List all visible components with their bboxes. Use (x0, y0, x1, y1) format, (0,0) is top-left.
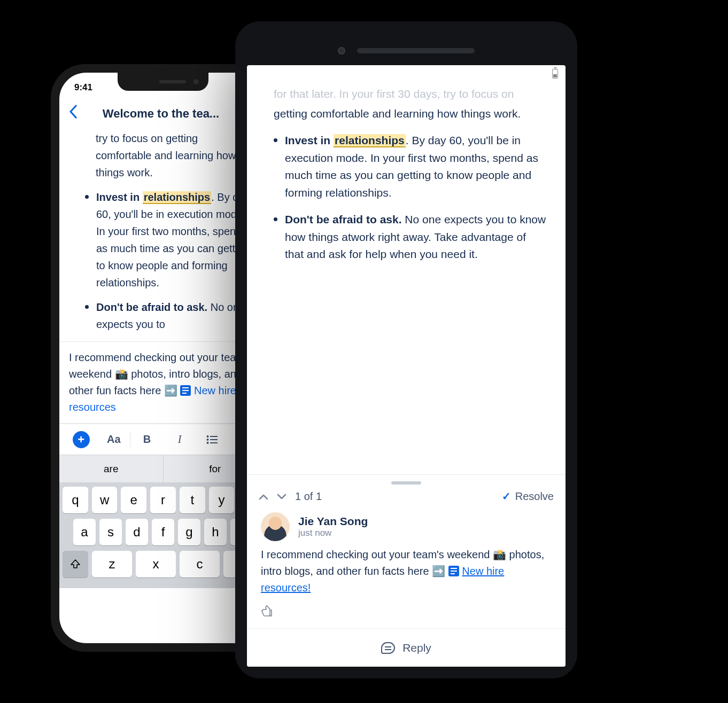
camera-emoji: 📸 (115, 368, 128, 380)
key-r[interactable]: r (150, 487, 176, 513)
bullet-item: Invest in relationships. By day 60, you'… (85, 189, 254, 291)
doc-paragraph: try to focus on getting comfortable and … (96, 130, 254, 181)
iphone-notch (118, 73, 208, 91)
key-h[interactable]: h (204, 519, 227, 545)
comment-pager: 1 of 1 (259, 490, 322, 503)
svg-point-2 (207, 439, 209, 441)
bullet-text: Invest in relationships. By day 60, you'… (285, 132, 546, 201)
doc-paragraph: getting comfortable and learning how thi… (274, 105, 546, 123)
key-s[interactable]: s (99, 519, 122, 545)
key-x[interactable]: x (136, 551, 176, 577)
document-body[interactable]: for that later. In your first 30 days, t… (247, 82, 566, 274)
bullet-item: Don't be afraid to ask. No one expects y… (85, 299, 254, 333)
suggestion[interactable]: are (59, 455, 164, 482)
page-title: Welcome to the tea... (83, 107, 239, 121)
camera-emoji: 📸 (493, 549, 506, 560)
comment-body: Jie Yan Song just now I recommend checki… (247, 510, 566, 628)
bullet-heading: Invest in (96, 191, 140, 203)
bullet-list-button[interactable] (196, 435, 229, 444)
keyboard-row: q w e r t y u (63, 487, 264, 513)
shift-key[interactable] (63, 551, 88, 577)
bullet-text: Don't be afraid to ask. No one expects y… (285, 211, 546, 263)
key-q[interactable]: q (63, 487, 88, 513)
commenter-name: Jie Yan Song (298, 515, 368, 528)
key-g[interactable]: g (178, 519, 200, 545)
thumbs-up-icon (261, 605, 274, 618)
plus-circle-icon: + (73, 431, 90, 448)
italic-button[interactable]: I (164, 433, 196, 446)
resolve-button[interactable]: ✓ Resolve (502, 490, 554, 503)
comment-header: Jie Yan Song just now (261, 512, 552, 541)
front-camera (193, 79, 199, 84)
svg-rect-1 (210, 436, 218, 437)
arrow-emoji: ➡️ (164, 385, 177, 396)
bullet-dot-icon (274, 138, 277, 142)
arrow-emoji: ➡️ (432, 565, 445, 577)
reply-icon (381, 642, 395, 654)
android-top-bezel (247, 33, 566, 65)
front-camera (338, 47, 345, 54)
like-button[interactable] (261, 605, 274, 621)
resolve-label: Resolve (515, 490, 554, 503)
check-icon: ✓ (502, 490, 511, 503)
bullet-item: Don't be afraid to ask. No one expects y… (274, 211, 546, 263)
next-comment-button[interactable] (277, 490, 286, 503)
chevron-left-icon (69, 105, 78, 119)
speaker-slot (159, 80, 186, 83)
pager-count: 1 of 1 (295, 490, 322, 503)
shift-icon (69, 558, 81, 570)
key-y[interactable]: y (209, 487, 235, 513)
key-t[interactable]: t (180, 487, 205, 513)
keyboard-row: z x c v (63, 551, 264, 577)
bullet-heading: Don't be afraid to ask. (285, 213, 402, 225)
bold-button[interactable]: B (130, 433, 163, 446)
avatar[interactable] (261, 512, 290, 541)
chevron-up-icon (259, 494, 268, 500)
key-c[interactable]: c (180, 551, 220, 577)
bullet-text: Invest in relationships. By day 60, you'… (96, 189, 254, 291)
highlighted-word[interactable]: relationships (334, 134, 406, 147)
reply-label: Reply (402, 642, 431, 654)
comment-panel-toolbar: 1 of 1 ✓ Resolve (247, 487, 566, 510)
key-f[interactable]: f (152, 519, 174, 545)
comment-panel: 1 of 1 ✓ Resolve Jie Yan Song just now (247, 474, 566, 667)
bullet-dot-icon (85, 195, 89, 199)
svg-rect-3 (210, 439, 218, 440)
key-a[interactable]: a (73, 519, 96, 545)
comment-text-pre: I recommend checking out your team's wee… (261, 549, 493, 560)
svg-rect-5 (210, 442, 218, 443)
svg-point-4 (207, 442, 209, 444)
key-e[interactable]: e (121, 487, 146, 513)
bullet-heading: Invest in (285, 134, 330, 146)
comment-timestamp: just now (298, 528, 368, 538)
bullet-heading: Don't be afraid to ask. (96, 301, 207, 313)
android-device-frame: for that later. In your first 30 days, t… (235, 21, 577, 678)
drag-handle[interactable] (391, 481, 421, 485)
bullet-dot-icon (85, 305, 89, 309)
text-style-button[interactable]: Aa (97, 433, 130, 446)
key-w[interactable]: w (92, 487, 118, 513)
prev-comment-button[interactable] (259, 490, 268, 503)
keyboard-row: a s d f g h j (63, 519, 264, 545)
key-d[interactable]: d (126, 519, 148, 545)
svg-point-0 (207, 435, 209, 438)
bullet-text: Don't be afraid to ask. No one expects y… (96, 299, 254, 333)
reply-button[interactable]: Reply (247, 628, 566, 667)
bullet-body: . By day 60, you'll be in execution mode… (96, 191, 250, 288)
key-z[interactable]: z (92, 551, 132, 577)
clock-time: 9:41 (74, 82, 92, 93)
android-status-bar (247, 65, 566, 82)
bullet-dot-icon (274, 217, 277, 221)
comment-text: I recommend checking out your team's wee… (261, 546, 552, 596)
highlighted-word[interactable]: relationships (143, 191, 211, 204)
android-screen: for that later. In your first 30 days, t… (247, 65, 566, 667)
battery-icon (552, 69, 558, 79)
back-button[interactable] (69, 105, 78, 122)
bullet-item: Invest in relationships. By day 60, you'… (274, 132, 546, 201)
chevron-down-icon (277, 494, 286, 500)
bullet-list: Invest in relationships. By day 60, you'… (274, 132, 546, 263)
speaker-slot (357, 48, 475, 53)
insert-button[interactable]: + (65, 431, 97, 448)
doc-paragraph-clipped: for that later. In your first 30 days, t… (274, 85, 546, 103)
page-link-icon (180, 385, 191, 396)
